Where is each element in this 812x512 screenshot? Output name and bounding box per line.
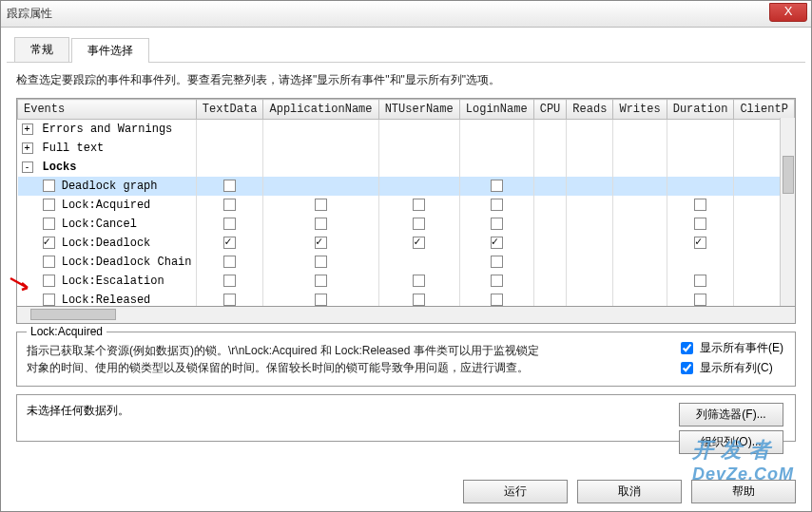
column-header-clientp[interactable]: ClientP <box>734 100 795 120</box>
category-label: Locks <box>39 161 77 174</box>
column-header-duration[interactable]: Duration <box>667 100 734 120</box>
expand-toggle[interactable]: + <box>22 142 33 154</box>
tab-general[interactable]: 常规 <box>14 37 69 62</box>
column-header-reads[interactable]: Reads <box>567 100 613 120</box>
event-checkbox[interactable] <box>43 199 55 211</box>
window-title: 跟踪属性 <box>7 6 52 22</box>
table-row[interactable]: Lock:Released <box>18 291 795 308</box>
cell-checkbox[interactable] <box>491 199 503 211</box>
cell-checkbox[interactable] <box>491 218 503 230</box>
cell-checkbox[interactable] <box>223 180 236 192</box>
cell-checkbox[interactable] <box>223 256 236 268</box>
cell-checkbox[interactable] <box>223 218 236 230</box>
table-row[interactable]: -Locks <box>18 158 795 177</box>
event-checkbox[interactable] <box>43 237 55 249</box>
column-header-textdata[interactable]: TextData <box>196 100 263 120</box>
cell-checkbox[interactable] <box>694 218 706 230</box>
cell-checkbox[interactable] <box>413 275 425 287</box>
event-checkbox[interactable] <box>43 294 55 306</box>
cell-checkbox[interactable] <box>223 199 236 211</box>
cell-checkbox[interactable] <box>491 237 503 249</box>
column-header-ntusername[interactable]: NTUserName <box>378 100 459 120</box>
table-row[interactable]: Lock:Escalation <box>18 272 795 291</box>
cell-checkbox[interactable] <box>413 237 425 249</box>
events-grid: EventsTextDataApplicationNameNTUserNameL… <box>16 98 796 307</box>
table-row[interactable]: Lock:Deadlock Chain <box>18 253 795 272</box>
event-label: Lock:Deadlock Chain <box>55 256 192 269</box>
cell-checkbox[interactable] <box>491 275 503 287</box>
cell-checkbox[interactable] <box>315 199 327 211</box>
no-data-panel: 未选择任何数据列。 列筛选器(F)... 组织列(O)... <box>16 394 796 442</box>
instruction-text: 检查选定要跟踪的事件和事件列。要查看完整列表，请选择"显示所有事件"和"显示所有… <box>16 72 796 88</box>
cell-checkbox[interactable] <box>413 199 425 211</box>
cell-checkbox[interactable] <box>694 237 706 249</box>
category-label: Errors and Warnings <box>39 123 173 136</box>
cancel-button[interactable]: 取消 <box>577 480 682 503</box>
cell-checkbox[interactable] <box>413 294 425 306</box>
scrollbar-thumb[interactable] <box>783 156 794 194</box>
cell-checkbox[interactable] <box>491 294 503 306</box>
cell-checkbox[interactable] <box>694 199 706 211</box>
column-header-loginname[interactable]: LoginName <box>459 100 533 120</box>
scrollbar-thumb[interactable] <box>30 309 116 320</box>
event-label: Deadlock graph <box>55 180 158 193</box>
column-header-cpu[interactable]: CPU <box>533 100 567 120</box>
tab-event-selection[interactable]: 事件选择 <box>71 38 149 63</box>
table-row[interactable]: +Full text <box>18 139 795 158</box>
right-options: 显示所有事件(E) 显示所有列(C) <box>681 340 783 380</box>
column-header-applicationname[interactable]: ApplicationName <box>263 100 378 120</box>
event-checkbox[interactable] <box>43 180 55 192</box>
expand-toggle[interactable]: - <box>22 161 33 173</box>
dialog-footer: 运行 取消 帮助 <box>463 480 796 503</box>
events-table: EventsTextDataApplicationNameNTUserNameL… <box>17 99 795 307</box>
table-row[interactable]: Lock:Cancel <box>18 215 795 234</box>
show-all-events-checkbox[interactable]: 显示所有事件(E) <box>681 340 783 356</box>
titlebar: 跟踪属性 X <box>1 1 811 28</box>
table-row[interactable]: Deadlock graph <box>18 177 795 196</box>
organize-columns-button[interactable]: 组织列(O)... <box>679 430 783 454</box>
event-label: Lock:Escalation <box>55 275 164 288</box>
event-checkbox[interactable] <box>43 275 55 287</box>
cell-checkbox[interactable] <box>315 237 327 249</box>
table-row[interactable]: Lock:Acquired <box>18 196 795 215</box>
dialog-window: 跟踪属性 X 常规 事件选择 检查选定要跟踪的事件和事件列。要查看完整列表，请选… <box>0 0 812 512</box>
event-checkbox[interactable] <box>43 218 55 230</box>
cell-checkbox[interactable] <box>315 256 327 268</box>
event-label: Lock:Acquired <box>55 199 151 212</box>
column-header-events[interactable]: Events <box>18 100 197 120</box>
table-row[interactable]: Lock:Deadlock <box>18 234 795 253</box>
cell-checkbox[interactable] <box>315 294 327 306</box>
column-header-writes[interactable]: Writes <box>613 100 667 120</box>
cell-checkbox[interactable] <box>223 237 236 249</box>
cell-checkbox[interactable] <box>223 275 236 287</box>
right-buttons: 列筛选器(F)... 组织列(O)... <box>679 403 783 454</box>
description-text: 指示已获取某个资源(例如数据页)的锁。\r\nLock:Acquired 和 L… <box>17 332 795 386</box>
event-checkbox[interactable] <box>43 256 55 268</box>
cell-checkbox[interactable] <box>223 294 236 306</box>
close-button[interactable]: X <box>769 3 807 22</box>
help-button[interactable]: 帮助 <box>691 480 796 503</box>
cell-checkbox[interactable] <box>315 218 327 230</box>
cell-checkbox[interactable] <box>491 256 503 268</box>
description-legend: Lock:Acquired <box>27 325 106 338</box>
column-filter-button[interactable]: 列筛选器(F)... <box>679 403 783 427</box>
event-label: Lock:Cancel <box>55 218 137 231</box>
no-data-text: 未选择任何数据列。 <box>27 404 129 417</box>
tab-strip: 常规 事件选择 <box>7 31 805 63</box>
cell-checkbox[interactable] <box>694 275 706 287</box>
show-all-columns-checkbox[interactable]: 显示所有列(C) <box>681 360 783 376</box>
event-label: Lock:Released <box>55 294 151 307</box>
cell-checkbox[interactable] <box>694 294 706 306</box>
description-panel: Lock:Acquired 指示已获取某个资源(例如数据页)的锁。\r\nLoc… <box>16 332 796 387</box>
table-row[interactable]: +Errors and Warnings <box>18 120 795 139</box>
event-label: Lock:Deadlock <box>55 237 151 250</box>
expand-toggle[interactable]: + <box>22 123 33 135</box>
category-label: Full text <box>39 142 105 155</box>
horizontal-scrollbar[interactable] <box>16 307 796 324</box>
cell-checkbox[interactable] <box>315 275 327 287</box>
vertical-scrollbar[interactable] <box>780 118 795 306</box>
cell-checkbox[interactable] <box>491 180 503 192</box>
run-button[interactable]: 运行 <box>463 480 568 503</box>
cell-checkbox[interactable] <box>413 218 425 230</box>
content-area: 检查选定要跟踪的事件和事件列。要查看完整列表，请选择"显示所有事件"和"显示所有… <box>1 63 811 451</box>
